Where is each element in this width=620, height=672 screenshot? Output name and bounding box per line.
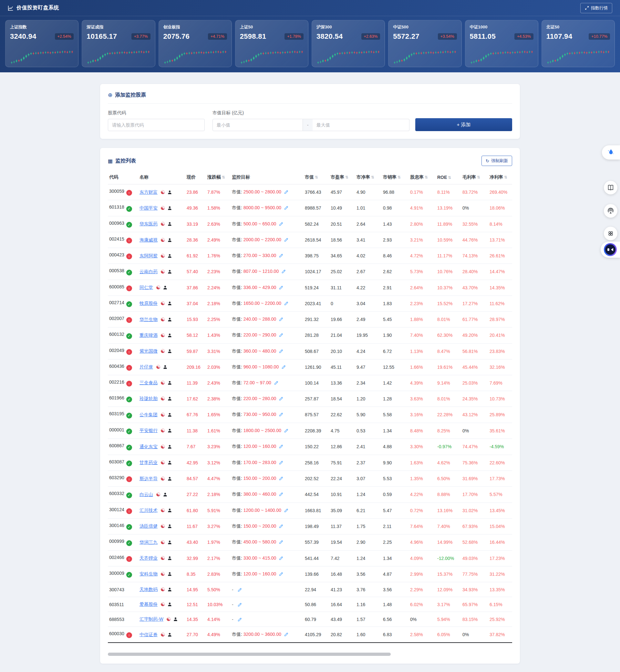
yinyang-icon[interactable]: ☯ xyxy=(160,428,165,433)
column-header-12[interactable]: 净利率⇅ xyxy=(488,170,512,185)
yinyang-icon[interactable]: ☯ xyxy=(160,332,165,338)
edit-target-icon[interactable] xyxy=(279,556,283,561)
column-header-8[interactable]: 市销率⇅ xyxy=(382,170,409,185)
stock-link[interactable]: 华东医药 xyxy=(140,221,158,226)
person-icon[interactable] xyxy=(167,632,172,637)
yinyang-icon[interactable]: ☯ xyxy=(160,253,165,259)
yinyang-icon[interactable]: ☯ xyxy=(160,523,165,529)
column-header-5[interactable]: 市值⇅ xyxy=(304,170,329,185)
edit-target-icon[interactable] xyxy=(237,602,242,607)
person-icon[interactable] xyxy=(167,254,172,258)
sort-icon[interactable]: ⇅ xyxy=(345,175,349,179)
person-icon[interactable] xyxy=(167,349,172,354)
edit-target-icon[interactable] xyxy=(279,476,283,481)
edit-target-icon[interactable] xyxy=(281,269,286,274)
index-card-7[interactable]: 北证50 1107.94 +10.77% xyxy=(541,20,615,67)
person-icon[interactable] xyxy=(173,617,178,622)
ai-assistant-tab[interactable] xyxy=(602,145,620,159)
person-icon[interactable] xyxy=(167,524,172,529)
stock-link[interactable]: 汤臣倍健 xyxy=(140,523,158,529)
sort-icon[interactable]: ⇅ xyxy=(477,175,480,179)
edit-target-icon[interactable] xyxy=(281,365,286,369)
stock-link[interactable]: 中信证券 xyxy=(140,632,158,637)
edit-target-icon[interactable] xyxy=(279,221,283,226)
person-icon[interactable] xyxy=(163,365,168,369)
force-refresh-button[interactable]: ↻ 强制刷新 xyxy=(481,156,512,166)
horizontal-scrollbar-thumb[interactable] xyxy=(108,653,391,656)
yinyang-icon[interactable]: ☯ xyxy=(160,602,165,607)
column-header-10[interactable]: ROE⇅ xyxy=(436,170,461,185)
apps-extension-button[interactable] xyxy=(604,227,617,240)
index-card-2[interactable]: 创业板指 2075.76 +4.71% xyxy=(159,20,232,67)
yinyang-icon[interactable]: ☯ xyxy=(160,412,165,418)
yinyang-icon[interactable]: ☯ xyxy=(160,221,165,227)
stock-link[interactable]: 甘李药业 xyxy=(140,460,158,465)
podcast-extension-button[interactable] xyxy=(604,204,617,218)
stock-link[interactable]: 重庆啤酒 xyxy=(140,332,158,338)
yinyang-icon[interactable]: ☯ xyxy=(156,492,160,497)
edit-target-icon[interactable] xyxy=(279,285,283,290)
stock-link[interactable]: 牧原股份 xyxy=(140,301,158,306)
yinyang-icon[interactable]: ☯ xyxy=(160,508,165,513)
sort-icon[interactable]: ⇅ xyxy=(398,175,401,179)
yinyang-icon[interactable]: ☯ xyxy=(160,632,165,637)
stock-link[interactable]: 云南白药 xyxy=(140,269,158,274)
person-icon[interactable] xyxy=(167,556,172,561)
index-quotes-button[interactable]: 指数行情 xyxy=(580,3,612,13)
edit-target-icon[interactable] xyxy=(279,332,283,338)
person-icon[interactable] xyxy=(167,476,172,481)
person-icon[interactable] xyxy=(167,190,172,195)
stock-link[interactable]: 斯达半导 xyxy=(140,476,158,481)
edit-target-icon[interactable] xyxy=(279,349,283,354)
edit-target-icon[interactable] xyxy=(284,205,289,210)
stock-link[interactable]: 安科生物 xyxy=(140,571,158,576)
yinyang-icon[interactable]: ☯ xyxy=(160,205,165,211)
sort-icon[interactable]: ⇅ xyxy=(222,175,225,179)
index-card-1[interactable]: 深证成指 10165.17 +3.77% xyxy=(82,20,155,67)
person-icon[interactable] xyxy=(167,269,172,274)
edit-target-icon[interactable] xyxy=(279,317,283,322)
stock-link[interactable]: 同仁堂 xyxy=(140,285,153,290)
stock-link[interactable]: 东阿阿胶 xyxy=(140,253,158,258)
yinyang-icon[interactable]: ☯ xyxy=(160,444,165,450)
stock-link[interactable]: 通化东宝 xyxy=(140,444,158,449)
stock-link[interactable]: 天齐锂业 xyxy=(140,556,158,561)
column-header-3[interactable]: 涨跌幅⇅ xyxy=(206,170,230,185)
stock-code-input[interactable] xyxy=(108,119,205,131)
sort-icon[interactable]: ⇅ xyxy=(504,175,507,179)
stock-link[interactable]: 东方财富 xyxy=(140,190,158,195)
index-card-3[interactable]: 上证50 2598.81 +1.78% xyxy=(235,20,308,67)
yinyang-icon[interactable]: ☯ xyxy=(156,285,160,290)
person-icon[interactable] xyxy=(167,333,172,338)
person-icon[interactable] xyxy=(167,540,172,545)
person-icon[interactable] xyxy=(167,221,172,226)
stock-link[interactable]: 公牛集团 xyxy=(140,412,158,417)
person-icon[interactable] xyxy=(167,444,172,449)
stock-link[interactable]: 玲珑轮胎 xyxy=(140,396,158,401)
stock-link[interactable]: 华润三九 xyxy=(140,539,158,545)
sort-icon[interactable]: ⇅ xyxy=(425,175,428,179)
person-icon[interactable] xyxy=(167,238,172,243)
edit-target-icon[interactable] xyxy=(279,572,283,576)
yinyang-icon[interactable]: ☯ xyxy=(160,349,165,354)
yinyang-icon[interactable]: ☯ xyxy=(160,301,165,306)
edit-target-icon[interactable] xyxy=(279,412,283,417)
index-card-4[interactable]: 沪深300 3820.54 +2.63% xyxy=(312,20,385,67)
column-header-11[interactable]: 毛利率⇅ xyxy=(461,170,488,185)
person-icon[interactable] xyxy=(167,412,172,417)
column-header-7[interactable]: 市净率⇅ xyxy=(355,170,382,185)
edit-target-icon[interactable] xyxy=(237,587,242,592)
edit-target-icon[interactable] xyxy=(279,492,283,497)
yinyang-icon[interactable]: ☯ xyxy=(160,556,165,561)
yinyang-icon[interactable]: ☯ xyxy=(160,317,165,322)
yinyang-icon[interactable]: ☯ xyxy=(160,539,165,545)
yinyang-icon[interactable]: ☯ xyxy=(160,476,165,481)
edit-target-icon[interactable] xyxy=(284,508,289,513)
person-icon[interactable] xyxy=(167,587,172,592)
yinyang-icon[interactable]: ☯ xyxy=(160,571,165,577)
sort-icon[interactable]: ⇅ xyxy=(315,175,318,179)
stock-link[interactable]: 三全食品 xyxy=(140,380,158,385)
edit-target-icon[interactable] xyxy=(279,253,283,258)
yinyang-icon[interactable]: ☯ xyxy=(160,269,165,274)
person-icon[interactable] xyxy=(163,492,168,497)
